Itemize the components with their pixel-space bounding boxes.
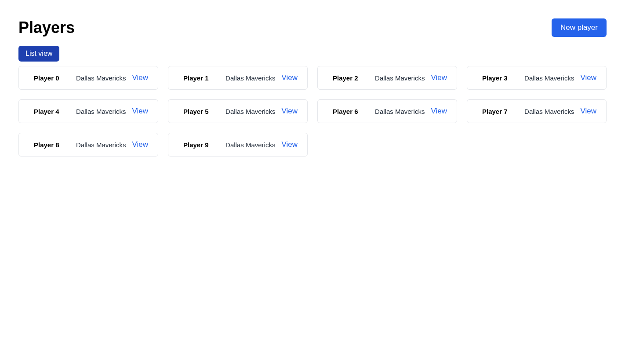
team-name: Dallas Mavericks (76, 108, 126, 115)
players-grid: Player 0 Dallas Mavericks View Player 1 … (18, 66, 607, 157)
player-name: Player 0 (29, 74, 59, 82)
card-right: Dallas Mavericks View (76, 73, 148, 82)
view-link[interactable]: View (132, 73, 148, 82)
player-name: Player 1 (178, 74, 209, 82)
player-card: Player 4 Dallas Mavericks View (18, 99, 158, 123)
player-name: Player 8 (29, 141, 59, 149)
new-player-button[interactable]: New player (552, 18, 607, 37)
team-name: Dallas Mavericks (225, 108, 275, 115)
card-right: Dallas Mavericks View (225, 140, 298, 149)
team-name: Dallas Mavericks (225, 141, 275, 149)
team-name: Dallas Mavericks (76, 141, 126, 149)
team-name: Dallas Mavericks (225, 74, 275, 82)
view-link[interactable]: View (132, 140, 148, 149)
view-link[interactable]: View (580, 73, 596, 82)
card-right: Dallas Mavericks View (524, 73, 596, 82)
player-card: Player 9 Dallas Mavericks View (168, 133, 308, 157)
card-right: Dallas Mavericks View (375, 73, 447, 82)
team-name: Dallas Mavericks (375, 108, 425, 115)
player-name: Player 6 (327, 108, 358, 115)
card-right: Dallas Mavericks View (76, 107, 148, 116)
view-link[interactable]: View (281, 107, 298, 116)
player-name: Player 9 (178, 141, 209, 149)
team-name: Dallas Mavericks (524, 108, 574, 115)
player-card: Player 3 Dallas Mavericks View (467, 66, 607, 90)
card-right: Dallas Mavericks View (225, 107, 298, 116)
player-card: Player 7 Dallas Mavericks View (467, 99, 607, 123)
view-link[interactable]: View (580, 107, 596, 116)
view-link[interactable]: View (281, 140, 298, 149)
player-name: Player 5 (178, 108, 209, 115)
list-view-button[interactable]: List view (18, 46, 59, 62)
card-right: Dallas Mavericks View (225, 73, 298, 82)
page-header: Players New player (18, 18, 607, 37)
team-name: Dallas Mavericks (76, 74, 126, 82)
player-card: Player 0 Dallas Mavericks View (18, 66, 158, 90)
view-link[interactable]: View (431, 73, 447, 82)
player-card: Player 1 Dallas Mavericks View (168, 66, 308, 90)
player-name: Player 4 (29, 108, 59, 115)
card-right: Dallas Mavericks View (524, 107, 596, 116)
player-card: Player 8 Dallas Mavericks View (18, 133, 158, 157)
player-card: Player 5 Dallas Mavericks View (168, 99, 308, 123)
player-name: Player 2 (327, 74, 358, 82)
view-link[interactable]: View (132, 107, 148, 116)
player-card: Player 6 Dallas Mavericks View (317, 99, 457, 123)
view-link[interactable]: View (431, 107, 447, 116)
view-link[interactable]: View (281, 73, 298, 82)
card-right: Dallas Mavericks View (375, 107, 447, 116)
player-name: Player 3 (477, 74, 508, 82)
player-name: Player 7 (477, 108, 508, 115)
team-name: Dallas Mavericks (524, 74, 574, 82)
card-right: Dallas Mavericks View (76, 140, 148, 149)
page-title: Players (18, 18, 75, 37)
player-card: Player 2 Dallas Mavericks View (317, 66, 457, 90)
team-name: Dallas Mavericks (375, 74, 425, 82)
